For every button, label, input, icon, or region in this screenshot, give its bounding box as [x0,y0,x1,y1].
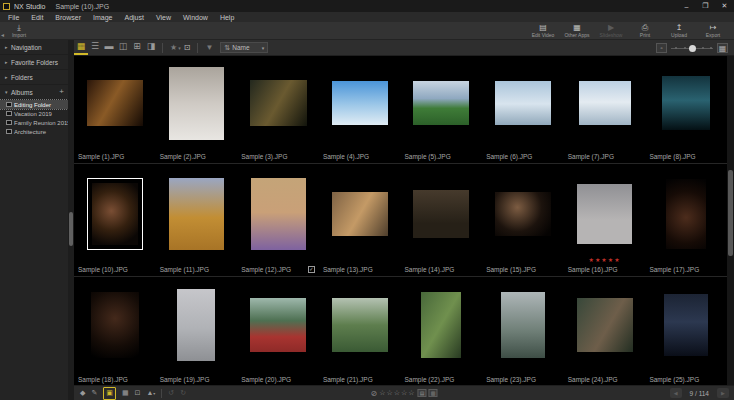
thumbnail-image[interactable] [251,178,306,250]
thumbnail-image[interactable] [332,192,388,236]
thumbnail-image[interactable] [177,289,215,361]
other-apps-button[interactable]: ▦ Other Apps [560,23,594,39]
album-item[interactable]: Family Reunion 2015 [0,118,68,127]
thumbnail-cell[interactable]: Sample (11).JPG [156,164,238,276]
album-item[interactable]: Vacation 2019 [0,109,68,118]
album-item[interactable]: Architecture [0,127,68,136]
thumbnail-image[interactable] [577,184,632,244]
sidebar-section-folders[interactable]: ▸ Folders [0,70,68,85]
single-view-button[interactable]: ▬ [102,40,116,55]
thumbnail-image[interactable] [579,81,631,125]
thumbnail-size-slider[interactable] [671,43,713,53]
previous-image-button[interactable]: ◀ [670,388,682,398]
thumbnail-image[interactable] [421,292,461,358]
thumbnail-cell[interactable]: Sample (25).JPG [645,277,727,386]
fit-view-icon[interactable]: ⊡ [184,43,191,52]
metadata-grid-icon[interactable]: ▦ [122,388,129,399]
close-button[interactable]: ✕ [715,0,734,12]
slider-handle[interactable] [689,45,696,52]
thumbnail-image[interactable] [169,178,224,250]
rotate-cw-icon[interactable]: ↻ [180,388,186,399]
menu-adjust[interactable]: Adjust [119,14,150,21]
quad-view-button[interactable]: ⊞ [130,40,144,55]
maximize-button[interactable]: ❐ [696,0,715,12]
thumbnail-image[interactable] [664,294,708,356]
menu-window[interactable]: Window [177,14,214,21]
list-view-button[interactable]: ☰ [88,40,102,55]
thumbnail-smaller-button[interactable]: ▫ [656,43,667,53]
menu-file[interactable]: File [2,14,25,21]
menu-browser[interactable]: Browser [49,14,87,21]
thumbnail-cell[interactable]: ★★★★★ Sample (16).JPG [564,164,646,276]
thumbnail-cell[interactable]: Sample (19).JPG [156,277,238,386]
thumbnail-larger-button[interactable]: ▦ [717,43,728,53]
no-rating-icon[interactable]: ⊘ [370,389,377,398]
label-edit-button[interactable]: ▥ [429,389,438,397]
export-button[interactable]: ↦ Export [696,23,730,39]
import-button[interactable]: ⤓ Import [2,23,36,39]
split-view-button[interactable]: ◫ [116,40,130,55]
sidebar-section-navigation[interactable]: ▸ Navigation [0,40,68,55]
thumbnail-cell[interactable]: Sample (7).JPG [564,56,646,163]
thumbnail-image[interactable] [577,298,633,352]
thumbnail-cell[interactable]: Sample (21).JPG [319,277,401,386]
thumbnail-image[interactable] [92,183,138,245]
thumbnail-cell[interactable]: Sample (24).JPG [564,277,646,386]
thumbnail-image[interactable] [413,190,469,238]
menu-edit[interactable]: Edit [25,14,49,21]
thumbnail-cell[interactable]: Sample (10).JPG [74,164,156,276]
thumbnail-cell[interactable]: Sample (2).JPG [156,56,238,163]
rating-filter-icon[interactable]: ★ [170,43,177,52]
edit-video-button[interactable]: ▤ Edit Video [526,23,560,39]
star-rating-input[interactable]: ☆☆☆☆☆ [379,389,415,397]
thumbnail-cell[interactable]: Sample (12).JPG ✓ [237,164,319,276]
sort-dropdown[interactable]: ⇅ Name ▾ [220,42,268,53]
sidebar-section-albums[interactable]: ▾ Albums + [0,85,68,100]
badge-toggle-icon[interactable]: ▣ [103,387,116,400]
print-button[interactable]: ⎙ Print [628,23,662,39]
add-album-button[interactable]: + [59,88,64,96]
thumbnail-cell[interactable]: Sample (3).JPG [237,56,319,163]
thumbnail-image[interactable] [495,192,551,236]
thumbnail-image[interactable] [662,76,710,130]
thumbnail-cell[interactable]: Sample (8).JPG [645,56,727,163]
slideshow-button[interactable]: ▶ Slideshow [594,23,628,39]
thumbnail-cell[interactable]: Sample (13).JPG [319,164,401,276]
filmstrip-view-button[interactable]: ◨ [144,40,158,55]
thumbnail-image[interactable] [91,292,139,358]
info-icon[interactable]: ⊡ [135,388,141,399]
thumbnail-image[interactable] [332,298,388,352]
thumbnail-cell[interactable]: Sample (15).JPG [482,164,564,276]
brush-icon[interactable]: ✎ [91,388,97,399]
sidebar-section-favorite-folders[interactable]: ▸ Favorite Folders [0,55,68,70]
filter-funnel-icon[interactable]: ▼ [205,43,213,52]
rotate-ccw-icon[interactable]: ↺ [168,388,174,399]
sidebar-scrollbar-handle[interactable] [69,212,73,246]
thumbnail-image[interactable] [495,81,551,125]
grid-view-button[interactable]: ▦ [74,40,88,55]
thumbnail-cell[interactable]: Sample (1).JPG [74,56,156,163]
upload-button[interactable]: ↥ Upload [662,23,696,39]
thumbnail-cell[interactable]: Sample (5).JPG [401,56,483,163]
next-image-button[interactable]: ▶ [717,388,729,398]
thumbnail-cell[interactable]: Sample (17).JPG [645,164,727,276]
thumbnail-cell[interactable]: Sample (18).JPG [74,277,156,386]
thumbnail-image[interactable] [250,298,306,352]
menu-view[interactable]: View [150,14,177,21]
thumbnail-cell[interactable]: Sample (6).JPG [482,56,564,163]
minimize-button[interactable]: – [677,0,696,12]
thumbnail-image[interactable] [332,81,388,125]
thumbnail-image[interactable] [666,179,706,249]
thumbnail-image[interactable] [169,67,224,140]
album-item[interactable]: Editing Folder [0,100,68,109]
thumbnail-image[interactable] [87,80,143,126]
menu-image[interactable]: Image [87,14,118,21]
grid-scrollbar[interactable] [727,56,734,385]
thumbnail-cell[interactable]: Sample (4).JPG [319,56,401,163]
histogram-icon[interactable]: ▲▾ [146,388,155,399]
collapse-sidebar-icon[interactable]: ◂ [1,32,4,38]
thumbnail-image[interactable] [413,81,469,125]
thumbnail-image[interactable] [250,80,307,126]
menu-help[interactable]: Help [214,14,240,21]
tag-icon[interactable]: ◆ [80,388,85,399]
